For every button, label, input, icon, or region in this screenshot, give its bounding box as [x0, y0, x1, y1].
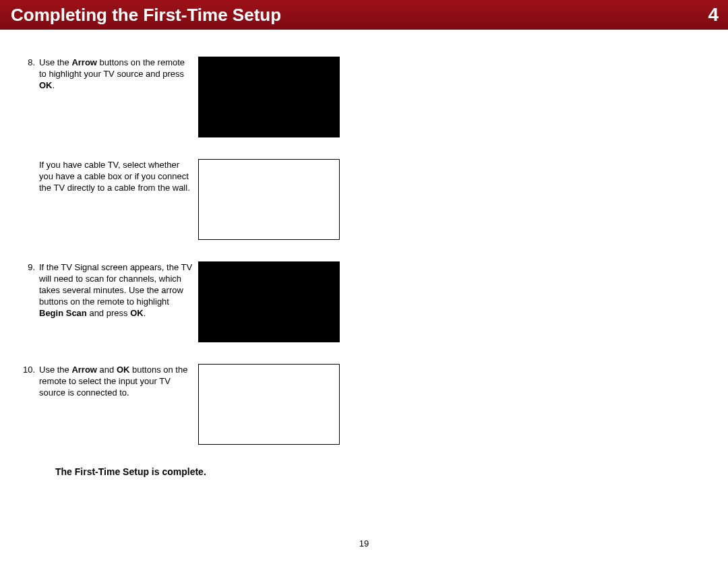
- step-illustration: [198, 261, 340, 342]
- text-bold-arrow: Arrow: [71, 57, 97, 67]
- step-number: 8.: [16, 57, 39, 137]
- tv-screen-light-icon: [198, 159, 340, 240]
- text-run: Use the: [39, 57, 71, 67]
- text-run: and: [97, 365, 117, 375]
- text-bold-ok: OK: [130, 308, 144, 318]
- text-run: .: [53, 80, 55, 90]
- step-number: 9.: [16, 261, 39, 342]
- step-text: If the TV Signal screen appears, the TV …: [39, 261, 198, 342]
- text-bold-arrow: Arrow: [71, 365, 97, 375]
- chapter-header: Completing the First-Time Setup 4: [0, 0, 728, 30]
- step-10: 10. Use the Arrow and OK buttons on the …: [16, 364, 367, 445]
- step-8-sub: If you have cable TV, select whether you…: [16, 159, 367, 240]
- manual-page: Completing the First-Time Setup 4 8. Use…: [0, 0, 728, 562]
- steps-list: 8. Use the Arrow buttons on the remote t…: [16, 57, 367, 477]
- step-illustration: [198, 57, 340, 137]
- content-column: 8. Use the Arrow buttons on the remote t…: [0, 30, 728, 477]
- step-number-spacer: [16, 159, 39, 240]
- text-run: .: [144, 308, 146, 318]
- step-8: 8. Use the Arrow buttons on the remote t…: [16, 57, 367, 137]
- text-run: and press: [87, 308, 130, 318]
- tv-screen-dark-icon: [198, 261, 340, 342]
- step-9: 9. If the TV Signal screen appears, the …: [16, 261, 367, 342]
- step-text: Use the Arrow buttons on the remote to h…: [39, 57, 198, 137]
- step-illustration: [198, 364, 340, 445]
- text-run: If the TV Signal screen appears, the TV …: [39, 262, 192, 307]
- tv-screen-light-icon: [198, 364, 340, 445]
- text-bold-ok: OK: [39, 80, 53, 90]
- text-bold-begin-scan: Begin Scan: [39, 308, 87, 318]
- chapter-number: 4: [708, 4, 719, 26]
- text-bold-ok: OK: [117, 365, 130, 375]
- page-number: 19: [0, 538, 728, 549]
- step-text: Use the Arrow and OK buttons on the remo…: [39, 364, 198, 445]
- page-title: Completing the First-Time Setup: [11, 5, 281, 26]
- setup-complete-message: The First-Time Setup is complete.: [55, 466, 367, 477]
- step-illustration: [198, 159, 340, 240]
- tv-screen-dark-icon: [198, 57, 340, 137]
- step-number: 10.: [16, 364, 39, 445]
- step-text: If you have cable TV, select whether you…: [39, 159, 198, 240]
- text-run: Use the: [39, 365, 71, 375]
